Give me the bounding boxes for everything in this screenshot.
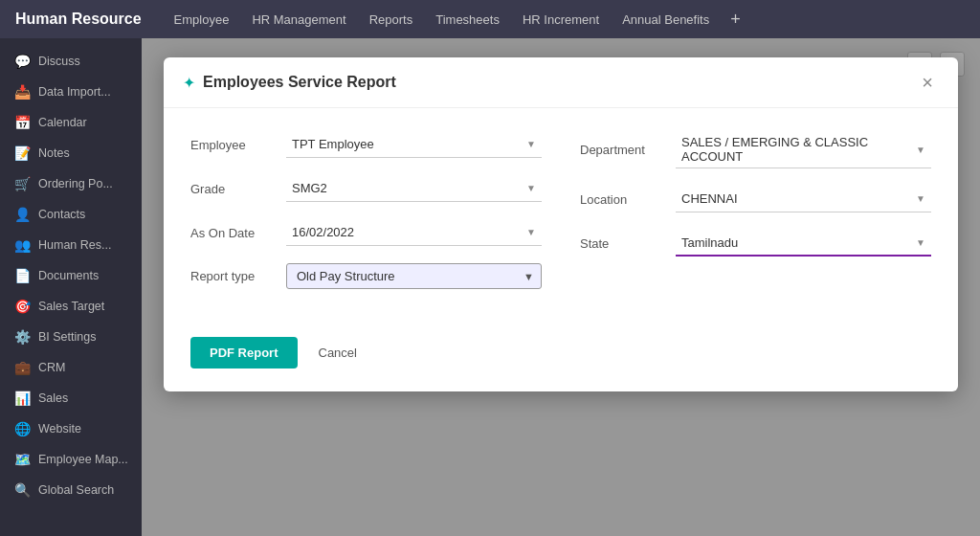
sidebar-item-contacts[interactable]: 👤 Contacts <box>0 199 142 230</box>
sidebar-label-sales: Sales <box>38 391 68 405</box>
department-value: SALES / EMERGING & CLASSIC ACCOUNT <box>681 135 916 164</box>
notes-icon: 📝 <box>13 145 31 161</box>
grade-field-group: Grade SMG2 ▼ <box>190 175 542 202</box>
sidebar-label-data-import: Data Import... <box>38 85 111 99</box>
sidebar-label-bi-settings: BI Settings <box>38 330 96 344</box>
state-arrow-icon: ▼ <box>916 237 925 248</box>
nav-employee[interactable]: Employee <box>165 9 239 31</box>
sidebar-label-contacts: Contacts <box>38 208 85 221</box>
modal-footer: PDF Report Cancel <box>164 329 958 391</box>
bi-settings-icon: ⚙️ <box>13 329 31 345</box>
modal-icon: ✦ <box>183 74 195 92</box>
state-dropdown[interactable]: Tamilnadu ▼ <box>676 230 931 257</box>
sidebar-label-documents: Documents <box>38 269 99 282</box>
location-field-group: Location CHENNAI ▼ <box>580 186 931 212</box>
sidebar-item-calendar[interactable]: 📅 Calendar <box>0 107 142 138</box>
modal-overlay: ✦ Employees Service Report × Employee <box>142 38 980 536</box>
sidebar-item-documents[interactable]: 📄 Documents <box>0 260 142 291</box>
nav-reports[interactable]: Reports <box>360 9 423 31</box>
sidebar-item-sales[interactable]: 📊 Sales <box>0 383 142 413</box>
employee-value: TPT Employee <box>292 137 374 151</box>
report-type-select[interactable]: Old Pay Structure New Pay Structure <box>286 263 542 289</box>
sidebar-label-sales-target: Sales Target <box>38 300 104 313</box>
state-field-group: State Tamilnadu ▼ <box>580 230 931 257</box>
report-type-field-group: Report type Old Pay Structure New Pay St… <box>190 263 542 289</box>
modal-header: ✦ Employees Service Report × <box>164 57 958 108</box>
data-import-icon: 📥 <box>13 84 31 100</box>
employee-field-group: Employee TPT Employee ▼ <box>190 131 542 158</box>
app-brand: Human Resource <box>15 11 142 28</box>
department-field-group: Department SALES / EMERGING & CLASSIC AC… <box>580 131 931 168</box>
sidebar-label-calendar: Calendar <box>38 116 87 129</box>
employee-map-icon: 🗺️ <box>13 452 31 467</box>
sidebar-item-global-search[interactable]: 🔍 Global Search <box>0 475 142 505</box>
grade-value: SMG2 <box>292 181 327 195</box>
crm-icon: 💼 <box>13 360 31 375</box>
contacts-icon: 👤 <box>13 207 31 222</box>
state-label: State <box>580 236 676 251</box>
calendar-icon: 📅 <box>13 115 31 130</box>
report-type-wrap: Old Pay Structure New Pay Structure ▼ <box>286 263 542 289</box>
sidebar-label-crm: CRM <box>38 361 65 374</box>
grade-dropdown[interactable]: SMG2 ▼ <box>286 175 542 202</box>
nav-add-button[interactable]: + <box>723 8 748 32</box>
sales-target-icon: 🎯 <box>13 299 31 314</box>
modal-title-wrap: ✦ Employees Service Report <box>183 74 396 92</box>
sidebar-label-discuss: Discuss <box>38 55 80 68</box>
sidebar-item-employee-map[interactable]: 🗺️ Employee Map... <box>0 444 142 475</box>
nav-timesheets[interactable]: Timesheets <box>426 9 509 31</box>
sidebar-item-notes[interactable]: 📝 Notes <box>0 138 142 168</box>
sidebar-label-human-res: Human Res... <box>38 238 111 252</box>
sidebar-item-website[interactable]: 🌐 Website <box>0 413 142 444</box>
department-dropdown[interactable]: SALES / EMERGING & CLASSIC ACCOUNT ▼ <box>676 131 931 168</box>
employee-arrow-icon: ▼ <box>526 139 536 149</box>
sidebar-label-notes: Notes <box>38 146 70 160</box>
sidebar-label-ordering: Ordering Po... <box>38 177 113 190</box>
sidebar-label-global-search: Global Search <box>38 483 114 497</box>
as-on-date-input[interactable]: 16/02/2022 ▼ <box>286 219 542 246</box>
sidebar-item-bi-settings[interactable]: ⚙️ BI Settings <box>0 322 142 352</box>
modal-close-button[interactable]: × <box>916 71 939 94</box>
documents-icon: 📄 <box>13 268 31 283</box>
employee-dropdown[interactable]: TPT Employee ▼ <box>286 131 542 158</box>
form-grid: Employee TPT Employee ▼ Grade SMG2 <box>190 131 931 306</box>
form-right-col: Department SALES / EMERGING & CLASSIC AC… <box>580 131 931 306</box>
state-value: Tamilnadu <box>681 235 738 250</box>
location-dropdown[interactable]: CHENNAI ▼ <box>676 186 931 212</box>
form-left-col: Employee TPT Employee ▼ Grade SMG2 <box>190 131 542 306</box>
department-label: Department <box>580 143 676 157</box>
as-on-date-arrow-icon: ▼ <box>526 227 536 237</box>
as-on-date-label: As On Date <box>190 226 286 240</box>
report-type-label: Report type <box>190 269 286 283</box>
as-on-date-value: 16/02/2022 <box>292 225 354 239</box>
sidebar-item-human-res[interactable]: 👥 Human Res... <box>0 230 142 260</box>
sidebar-label-website: Website <box>38 422 81 436</box>
location-value: CHENNAI <box>681 191 738 206</box>
human-res-icon: 👥 <box>13 237 31 253</box>
sidebar-item-discuss[interactable]: 💬 Discuss <box>0 46 142 77</box>
cancel-button[interactable]: Cancel <box>309 337 367 368</box>
grade-label: Grade <box>190 182 286 196</box>
ordering-icon: 🛒 <box>13 176 31 191</box>
nav-hr-increment[interactable]: HR Increment <box>513 9 609 31</box>
nav-menu: Employee HR Management Reports Timesheet… <box>165 8 748 32</box>
sidebar-item-crm[interactable]: 💼 CRM <box>0 352 142 383</box>
content-area: Gender Male Marital Status Single Number… <box>142 38 980 536</box>
grade-arrow-icon: ▼ <box>526 183 536 193</box>
location-arrow-icon: ▼ <box>916 193 925 204</box>
sidebar-item-data-import[interactable]: 📥 Data Import... <box>0 77 142 107</box>
employees-service-report-modal: ✦ Employees Service Report × Employee <box>164 57 958 391</box>
main-layout: 💬 Discuss 📥 Data Import... 📅 Calendar 📝 … <box>0 38 980 536</box>
as-on-date-field-group: As On Date 16/02/2022 ▼ <box>190 219 542 246</box>
nav-annual-benefits[interactable]: Annual Benefits <box>612 9 719 31</box>
department-arrow-icon: ▼ <box>916 145 925 155</box>
sidebar: 💬 Discuss 📥 Data Import... 📅 Calendar 📝 … <box>0 38 142 536</box>
pdf-report-button[interactable]: PDF Report <box>190 337 298 368</box>
discuss-icon: 💬 <box>13 54 31 69</box>
sidebar-label-employee-map: Employee Map... <box>38 453 128 466</box>
nav-hr-management[interactable]: HR Management <box>242 9 355 31</box>
employee-label: Employee <box>190 138 286 152</box>
top-navigation: Human Resource Employee HR Management Re… <box>0 0 980 38</box>
sidebar-item-ordering[interactable]: 🛒 Ordering Po... <box>0 168 142 199</box>
sidebar-item-sales-target[interactable]: 🎯 Sales Target <box>0 291 142 322</box>
